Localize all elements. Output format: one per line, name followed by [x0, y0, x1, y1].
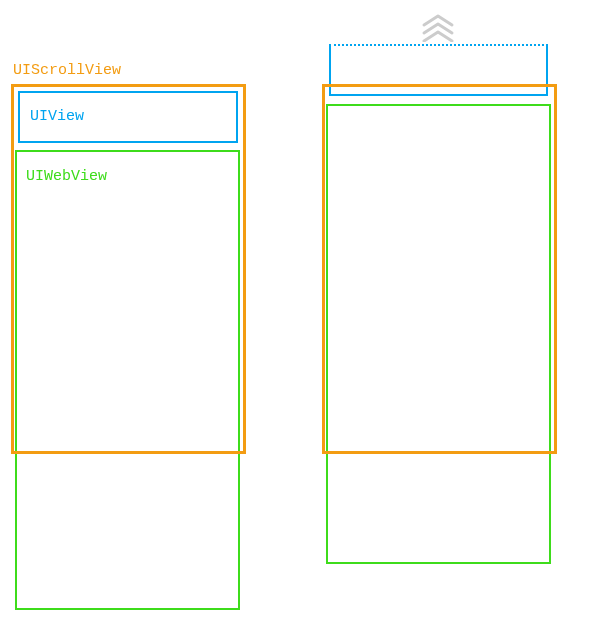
uiview-label-left: UIView — [30, 108, 84, 125]
scrollview-label-left: UIScrollView — [13, 62, 121, 79]
uiwebview-label-left: UIWebView — [26, 168, 107, 185]
uiscrollview-box-right — [322, 84, 557, 454]
scroll-up-chevrons-icon — [420, 12, 456, 42]
diagram-canvas: UIScrollView UIView UIWebView — [0, 0, 600, 628]
